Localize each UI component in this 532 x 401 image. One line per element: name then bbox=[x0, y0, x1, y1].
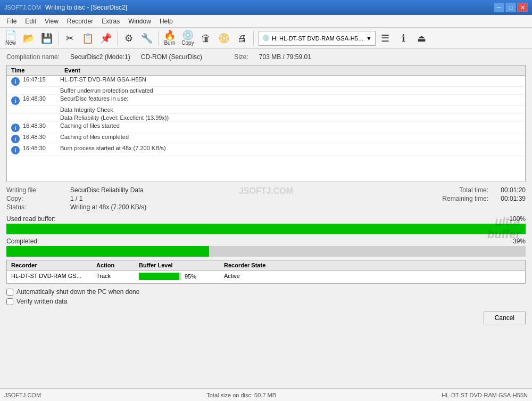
burn-button[interactable]: 🔥 Burn bbox=[161, 30, 178, 47]
log-time-4: 16:48:30 bbox=[23, 134, 60, 140]
mini-bar-pct: 95% bbox=[185, 273, 196, 280]
copy-label: Copy: bbox=[6, 195, 70, 202]
list-item: i 16:48:30 Burn process started at 48x (… bbox=[7, 144, 525, 156]
writing-file-row: Writing file: SecurDisc Reliability Data bbox=[6, 186, 266, 194]
read-buffer-bar-bg bbox=[6, 224, 526, 234]
copy-label: Copy bbox=[181, 40, 194, 46]
log-event-2b: Data Integrity Check bbox=[60, 107, 521, 113]
recorder-table-header: Recorder Action Buffer Level Recorder St… bbox=[7, 260, 525, 271]
paste-icon: 📌 bbox=[100, 34, 112, 43]
writing-file-value: SecurDisc Reliability Data bbox=[70, 186, 144, 194]
menu-window[interactable]: Window bbox=[124, 17, 155, 26]
tools-button[interactable]: 🔧 bbox=[138, 30, 155, 47]
menu-file[interactable]: File bbox=[2, 17, 21, 26]
verify-label: Verify written data bbox=[16, 298, 67, 305]
status-right: Total time: 00:01:20 Remaining time: 00:… bbox=[266, 186, 526, 212]
status-value: Writing at 48x (7.200 KB/s) bbox=[70, 203, 146, 211]
verify-option[interactable]: Verify written data bbox=[6, 298, 526, 305]
drive-text: H: HL-DT-ST DVD-RAM GSA-H55N bbox=[272, 35, 364, 42]
title-bar: JSOFTJ.COM Writing to disc - [SecurDisc2… bbox=[0, 0, 532, 15]
new-label: New bbox=[5, 40, 16, 46]
menu-help[interactable]: Help bbox=[155, 17, 177, 26]
list-item: Data Integrity Check bbox=[7, 106, 525, 114]
status-left: Writing file: SecurDisc Reliability Data… bbox=[6, 186, 266, 212]
recorder-col-buffer: Buffer Level bbox=[139, 262, 224, 268]
recorder-extra bbox=[298, 273, 521, 281]
cut-button[interactable]: ✂ bbox=[61, 30, 78, 47]
compilation-name-value: SecurDisc2 (Mode:1) bbox=[70, 53, 130, 61]
eject-button[interactable]: ⏏ bbox=[413, 30, 430, 47]
list-item: Buffer underrun protection activated bbox=[7, 87, 525, 95]
erase-icon: 🗑 bbox=[201, 34, 211, 43]
shutdown-label: Automatically shut down the PC when done bbox=[16, 288, 139, 296]
new-icon: 📄 bbox=[5, 30, 16, 40]
remaining-time-label: Remaining time: bbox=[442, 195, 488, 202]
recorder-col-state: Recorder State bbox=[224, 262, 298, 268]
bottom-actions: Cancel bbox=[6, 309, 526, 326]
log-col-event: Event bbox=[64, 67, 521, 73]
total-time-row: Total time: 00:01:20 bbox=[266, 186, 526, 194]
drive-dropdown-icon: ▼ bbox=[366, 35, 372, 42]
info-button[interactable]: 🖨 bbox=[234, 30, 251, 47]
shutdown-checkbox[interactable] bbox=[6, 289, 13, 296]
recorder-name: HL-DT-ST DVD-RAM GS... bbox=[11, 273, 96, 281]
minimize-button[interactable]: ─ bbox=[494, 3, 504, 12]
new-button[interactable]: 📄 New bbox=[2, 30, 19, 47]
log-event-5: Burn process started at 48x (7.200 KB/s) bbox=[60, 145, 521, 151]
cancel-button[interactable]: Cancel bbox=[484, 312, 526, 324]
close-button[interactable]: ✕ bbox=[517, 3, 528, 12]
copy-toolbar-button[interactable]: 📋 bbox=[79, 30, 96, 47]
separator-4 bbox=[253, 31, 254, 46]
settings-icon: ⚙ bbox=[124, 34, 133, 43]
disc-copy-button[interactable]: 💿 Copy bbox=[179, 30, 196, 47]
settings-button[interactable]: ⚙ bbox=[120, 30, 137, 47]
main-content: Compilation name: SecurDisc2 (Mode:1) CD… bbox=[0, 49, 532, 388]
list-item: Data Reliability (Level: Excellent (13.9… bbox=[7, 114, 525, 122]
paste-button[interactable]: 📌 bbox=[97, 30, 114, 47]
disc-info-icon: ℹ bbox=[402, 34, 405, 43]
verify-checkbox[interactable] bbox=[6, 298, 13, 305]
drive-icon: 💿 bbox=[262, 35, 270, 42]
recorder-col-recorder: Recorder bbox=[11, 262, 96, 268]
recorder-col-extra bbox=[298, 262, 521, 268]
status-label: Status: bbox=[6, 203, 70, 211]
erase-button[interactable]: 🗑 bbox=[197, 30, 214, 47]
disc-info-button[interactable]: ℹ bbox=[395, 30, 412, 47]
cut-icon: ✂ bbox=[66, 34, 74, 43]
save-button[interactable]: 💾 bbox=[38, 30, 55, 47]
open-icon: 📂 bbox=[23, 34, 35, 43]
log-time-5: 16:48:30 bbox=[23, 145, 60, 151]
log-event-4: Caching of files completed bbox=[60, 134, 521, 140]
menu-recorder[interactable]: Recorder bbox=[63, 17, 97, 26]
format-icon: 📀 bbox=[218, 34, 230, 43]
menu-view[interactable]: View bbox=[40, 17, 63, 26]
log-time-3: 16:48:30 bbox=[23, 122, 60, 129]
log-event-2c: Data Reliability (Level: Excellent (13.9… bbox=[60, 114, 521, 121]
read-buffer-row: Used read buffer: 100% bbox=[6, 215, 526, 223]
total-time-value: 00:01:20 bbox=[494, 186, 526, 194]
menu-bar: File Edit View Recorder Extras Window He… bbox=[0, 15, 532, 28]
shutdown-option[interactable]: Automatically shut down the PC when done bbox=[6, 288, 526, 296]
open-button[interactable]: 📂 bbox=[20, 30, 37, 47]
window-title: Writing to disc - [SecurDisc2] bbox=[45, 4, 127, 11]
menu-extras[interactable]: Extras bbox=[97, 17, 124, 26]
app-logo-title: JSOFTJ.COM bbox=[4, 4, 41, 11]
info-icon-2: i bbox=[11, 96, 20, 105]
mini-bar-bg bbox=[139, 273, 181, 280]
options-section: Automatically shut down the PC when done… bbox=[6, 288, 526, 305]
recorder-table: Recorder Action Buffer Level Recorder St… bbox=[6, 260, 526, 284]
info-icon-5: i bbox=[11, 146, 20, 154]
drive-info-button[interactable]: ☰ bbox=[377, 30, 394, 47]
menu-edit[interactable]: Edit bbox=[21, 17, 40, 26]
status-area: Writing file: SecurDisc Reliability Data… bbox=[6, 186, 526, 212]
log-time-2: 16:48:30 bbox=[23, 95, 60, 102]
list-item: i 16:48:30 Caching of files completed bbox=[7, 133, 525, 144]
info-icon-3: i bbox=[11, 124, 20, 132]
log-col-time: Time bbox=[11, 67, 64, 73]
drive-selector[interactable]: 💿 H: HL-DT-ST DVD-RAM GSA-H55N ▼ bbox=[259, 31, 376, 46]
status-row: Status: Writing at 48x (7.200 KB/s) bbox=[6, 203, 266, 211]
maximize-button[interactable]: □ bbox=[505, 3, 516, 12]
log-event-2: SecurDisc features in use: bbox=[60, 95, 521, 102]
copy-icon: 📋 bbox=[82, 34, 94, 43]
format-button[interactable]: 📀 bbox=[215, 30, 232, 47]
